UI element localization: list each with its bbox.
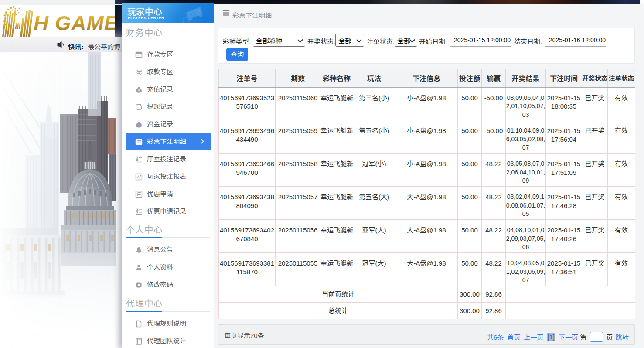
svg-text:H GAME: H GAME (34, 11, 119, 34)
